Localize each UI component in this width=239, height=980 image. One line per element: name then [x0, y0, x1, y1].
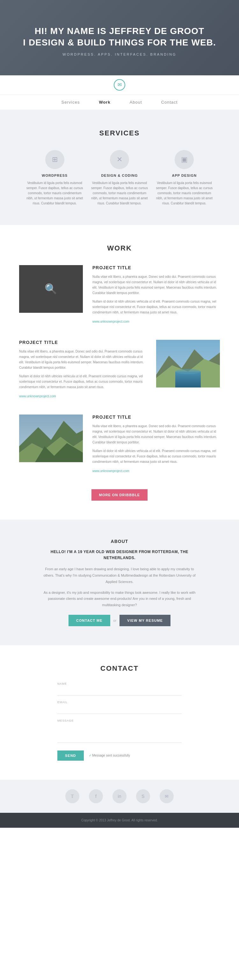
design-coding-name: DESIGN & CODING [90, 173, 149, 177]
about-section: ABOUT HELLO! I'M A 19 YEAR OLD WEB DESIG… [0, 520, 239, 645]
project-link-1[interactable]: www.unknownproject.com [92, 320, 129, 323]
app-design-icon: ▣ [175, 150, 194, 169]
service-wordpress: ⊞ WORDPRESS Vestibulum id ligula porta f… [26, 150, 84, 206]
form-actions: SEND Message sent successfully [57, 751, 182, 760]
message-form-group: MESSAGE [57, 719, 182, 744]
project-desc2-1: Nullam id dolor id nibh ultricies vehicu… [92, 299, 220, 315]
service-design-coding: ✕ DESIGN & CODING Vestibulum id ligula p… [90, 150, 149, 206]
nav-services[interactable]: Services [61, 100, 80, 105]
main-nav: Services Work About Contact [0, 95, 239, 110]
project-row-1: 🔍 PROJECT TITLE Nulla vitae elit libero,… [19, 265, 220, 324]
name-input[interactable] [57, 687, 182, 695]
about-para2: As a designer, it's my job and responsib… [40, 590, 199, 608]
linkedin-social-icon[interactable]: in [112, 789, 127, 803]
project-link-3[interactable]: www.unknownproject.com [92, 469, 129, 473]
envelope-icon: ✉ [117, 82, 122, 88]
social-bar: 𝕋 f in S ✉ [0, 780, 239, 813]
email-input[interactable] [57, 705, 182, 714]
name-form-group: NAME [57, 682, 182, 695]
email-label: EMAIL [57, 701, 182, 704]
facebook-social-icon[interactable]: f [89, 789, 103, 803]
project-desc1-2: Nulla vitae elit libero, a pharetra augu… [19, 349, 147, 370]
project-title-3: PROJECT TITLE [92, 415, 220, 420]
scroll-button[interactable]: ✉ [114, 79, 125, 91]
hero-title: HI! MY NAME IS JEFFREY DE GROOT I DESIGN… [13, 25, 226, 49]
project-desc1-1: Nulla vitae elit libero, a pharetra augu… [92, 274, 220, 296]
skype-social-icon[interactable]: S [136, 789, 150, 803]
project-row-2: PROJECT TITLE Nulla vitae elit libero, a… [19, 340, 220, 399]
email-icon: ✉ [165, 794, 168, 799]
mountain-svg-1 [156, 340, 220, 388]
app-design-desc: Vestibulum id ligula porta felis euismod… [155, 181, 213, 206]
hero-line1: HI! MY NAME IS JEFFREY DE GROOT [35, 26, 204, 36]
nav-work[interactable]: Work [99, 100, 110, 105]
about-title: ABOUT [26, 539, 213, 544]
project-content-3: PROJECT TITLE Nulla vitae elit libero, a… [92, 415, 220, 473]
design-coding-icon: ✕ [110, 150, 129, 169]
more-dribbble-button[interactable]: MORE ON DRIBBBLE [91, 489, 148, 501]
twitter-social-icon[interactable]: 𝕋 [65, 789, 79, 803]
hero-subtitle: WORDPRESS. APPS. INTERFACES. BRANDING [13, 52, 226, 56]
project-title-1: PROJECT TITLE [92, 265, 220, 270]
svg-point-4 [175, 369, 201, 374]
search-icon: 🔍 [45, 283, 57, 295]
footer-text: Copyright © 2013 Jeffrey de Groot. All r… [81, 819, 158, 822]
twitter-icon: 𝕋 [71, 794, 74, 799]
project-content-1: PROJECT TITLE Nulla vitae elit libero, a… [92, 265, 220, 324]
project-desc1-3: Nulla vitae elit libero, a pharetra augu… [92, 423, 220, 445]
about-or-label: or [114, 619, 117, 622]
about-para1: From an early age I have been drawing an… [40, 566, 199, 585]
skype-icon: S [141, 794, 144, 799]
nav-about[interactable]: About [130, 100, 142, 105]
services-title: SERVICES [26, 129, 213, 137]
project-link-2[interactable]: www.unknownproject.com [19, 395, 56, 398]
facebook-icon: f [95, 794, 96, 799]
linkedin-icon: in [118, 794, 122, 799]
about-buttons: CONTACT ME or VIEW MY RESUME [26, 615, 213, 626]
project-desc2-2: Nullam id dolor id nibh ultricies vehicu… [19, 374, 147, 390]
design-coding-desc: Vestibulum id ligula porta felis euismod… [90, 181, 149, 206]
project-desc2-3: Nullam id dolor id nibh ultricies vehicu… [92, 448, 220, 465]
name-label: NAME [57, 682, 182, 685]
project-title-2: PROJECT TITLE [19, 340, 147, 345]
more-dribbble-container: MORE ON DRIBBBLE [19, 489, 220, 501]
view-resume-button[interactable]: VIEW MY RESUME [120, 615, 170, 626]
about-heading: HELLO! I'M A 19 YEAR OLD WEB DESIGNER FR… [40, 549, 199, 561]
send-button[interactable]: SEND [57, 751, 84, 760]
app-design-name: APP DESIGN [155, 173, 213, 177]
message-label: MESSAGE [57, 719, 182, 722]
work-title: WORK [19, 244, 220, 252]
wordpress-name: WORDPRESS [26, 173, 84, 177]
services-section: SERVICES ⊞ WORDPRESS Vestibulum id ligul… [0, 110, 239, 225]
scroll-indicator: ✉ [0, 75, 239, 95]
project-img-3 [19, 415, 83, 462]
nav-contact[interactable]: Contact [161, 100, 178, 105]
work-section: WORK 🔍 PROJECT TITLE Nulla vitae elit li… [0, 225, 239, 520]
wordpress-desc: Vestibulum id ligula porta felis euismod… [26, 181, 84, 206]
wordpress-icon: ⊞ [45, 150, 64, 169]
project-img-1: 🔍 [19, 265, 83, 313]
contact-title: CONTACT [57, 664, 182, 673]
hero-line2: I DESIGN & BUILD THINGS FOR THE WEB. [23, 38, 216, 47]
mountain-svg-2 [19, 415, 83, 462]
hero-section: HI! MY NAME IS JEFFREY DE GROOT I DESIGN… [0, 0, 239, 75]
services-grid: ⊞ WORDPRESS Vestibulum id ligula porta f… [26, 150, 213, 206]
service-app-design: ▣ APP DESIGN Vestibulum id ligula porta … [155, 150, 213, 206]
project-content-2: PROJECT TITLE Nulla vitae elit libero, a… [19, 340, 147, 399]
email-form-group: EMAIL [57, 701, 182, 714]
contact-me-button[interactable]: CONTACT ME [69, 615, 110, 626]
site-footer: Copyright © 2013 Jeffrey de Groot. All r… [0, 813, 239, 828]
success-message: Message sent successfully [89, 754, 130, 757]
email-social-icon[interactable]: ✉ [160, 789, 174, 803]
message-textarea[interactable] [57, 724, 182, 743]
project-row-3: PROJECT TITLE Nulla vitae elit libero, a… [19, 415, 220, 473]
contact-section: CONTACT NAME EMAIL MESSAGE SEND Message … [0, 645, 239, 780]
project-img-2 [156, 340, 220, 388]
